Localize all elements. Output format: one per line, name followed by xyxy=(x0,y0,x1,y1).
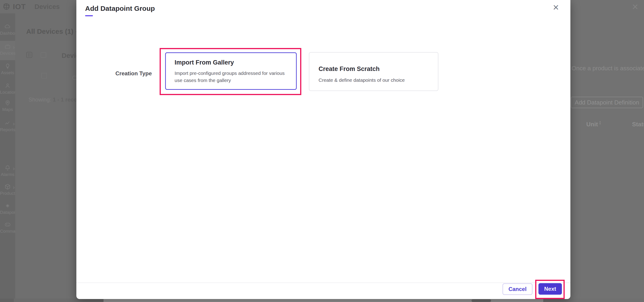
add-datapoint-definition-button[interactable]: Add Datapoint Definition xyxy=(571,97,643,108)
select-all-checkbox[interactable] xyxy=(40,52,46,58)
title-underline xyxy=(85,15,93,16)
modal-close-icon[interactable]: × xyxy=(553,2,559,12)
footer-divider xyxy=(76,283,570,283)
background-content-left: All Devices (1)▾ Device Name Showing: 1 … xyxy=(0,13,76,299)
add-datapoint-group-modal: Add Datapoint Group × Creation Type Impo… xyxy=(76,0,570,299)
option-title: Import From Gallery xyxy=(174,59,234,66)
panel-close-icon[interactable]: × xyxy=(632,1,638,12)
screen: IOT Devices Dashboard › Devices Assets L… xyxy=(0,0,644,302)
background-content-right: × Once a product is associated t Add Dat… xyxy=(570,0,644,299)
bottom-strip-right xyxy=(543,299,644,302)
bottom-strip-sidebar xyxy=(0,299,14,302)
page-title[interactable]: All Devices (1)▾ xyxy=(26,27,76,35)
column-header-status[interactable]: Status xyxy=(632,121,644,128)
view-toggle-icon[interactable] xyxy=(26,52,32,58)
records-count: Showing: 1 - 1 record xyxy=(28,96,76,103)
cancel-button[interactable]: Cancel xyxy=(502,283,532,295)
option-import-from-gallery[interactable]: Import From Gallery Import pre-configure… xyxy=(165,52,297,90)
horizontal-scrollbar-thumb[interactable] xyxy=(472,299,491,302)
bottom-strip-left xyxy=(14,299,104,302)
device-status-badge xyxy=(72,76,76,80)
modal-title: Add Datapoint Group xyxy=(85,4,155,12)
app-logo-text: IOT xyxy=(13,2,26,11)
option-description: Create & define datapoints of our choice xyxy=(318,76,405,84)
option-title: Create From Scratch xyxy=(318,65,380,73)
creation-type-label: Creation Type xyxy=(108,70,152,77)
iot-logo-icon xyxy=(2,2,10,11)
next-button[interactable]: Next xyxy=(538,283,562,295)
row-checkbox[interactable] xyxy=(41,73,47,79)
column-header-unit[interactable]: Unit xyxy=(586,121,598,128)
tab-devices[interactable]: Devices xyxy=(34,3,60,10)
column-header-device-name[interactable]: Device Name xyxy=(62,52,76,59)
option-create-from-scratch[interactable]: Create From Scratch Create & define data… xyxy=(309,52,438,91)
empty-state-hint: Once a product is associated t xyxy=(572,65,644,72)
option-description: Import pre-configured groups addressed f… xyxy=(174,70,285,84)
sort-icon[interactable]: ▴ ▾ xyxy=(600,120,601,125)
